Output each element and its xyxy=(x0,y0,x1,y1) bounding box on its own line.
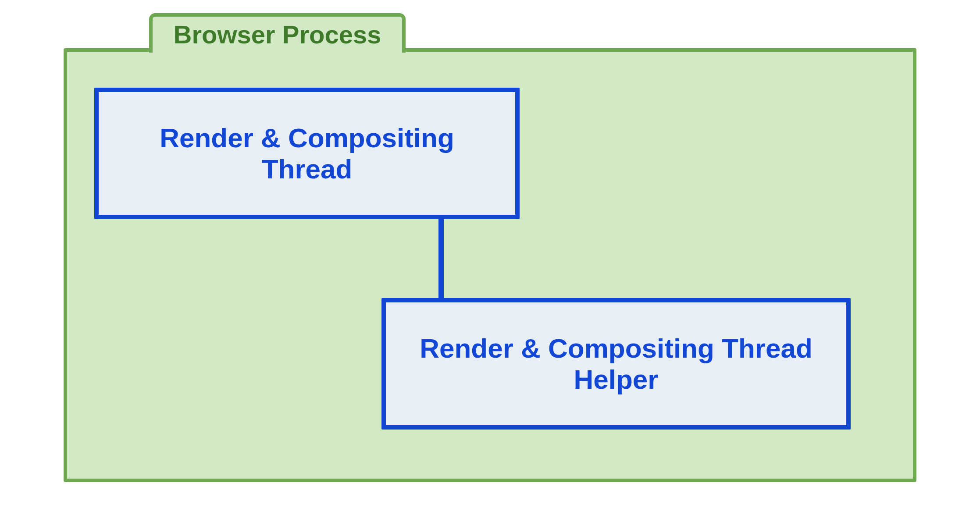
render-compositing-thread-label: Render & Compositing Thread xyxy=(112,122,502,185)
render-compositing-thread-box: Render & Compositing Thread xyxy=(94,88,520,219)
browser-process-title: Browser Process xyxy=(174,22,381,47)
diagram-canvas: Browser Process Render & Compositing Thr… xyxy=(0,0,980,522)
render-compositing-thread-helper-label: Render & Compositing Thread Helper xyxy=(399,333,833,395)
browser-process-tab: Browser Process xyxy=(149,13,406,53)
thread-connector-line xyxy=(438,215,444,302)
render-compositing-thread-helper-box: Render & Compositing Thread Helper xyxy=(381,298,851,430)
